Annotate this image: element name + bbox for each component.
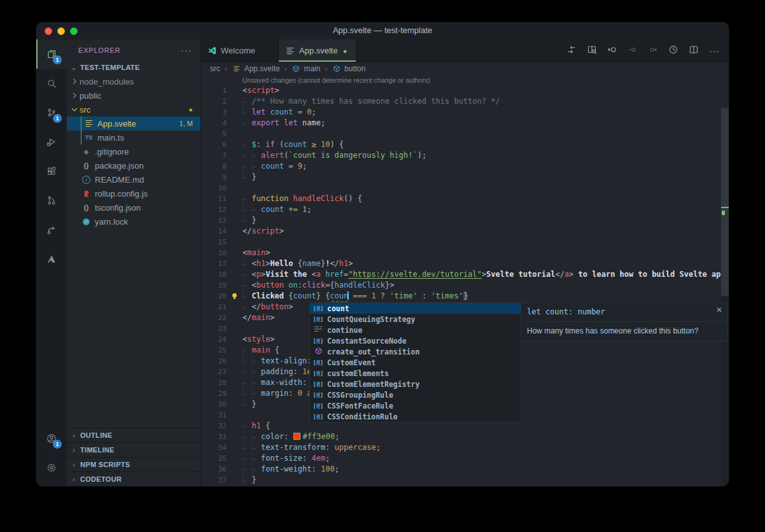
next-change-icon[interactable] bbox=[648, 45, 658, 57]
breadcrumb-item-button[interactable]: button bbox=[332, 64, 365, 74]
codelens-annotation[interactable]: Unsaved changes (cannot determine recent… bbox=[242, 76, 430, 84]
workspace-section-header[interactable]: ⌄ TEST-TEMPLATE bbox=[67, 60, 200, 74]
tree-item-src[interactable]: src● bbox=[67, 102, 200, 116]
line-number: 32 bbox=[201, 421, 227, 431]
code-line-16[interactable]: 16<main> bbox=[201, 248, 729, 258]
code-line-36[interactable]: 36→→font-weight: 100; bbox=[201, 464, 729, 475]
tree-item-package-json[interactable]: {}package.json bbox=[67, 158, 200, 172]
tree-item-rollup-config-js[interactable]: rollup.config.js bbox=[67, 186, 200, 200]
line-number: 2 bbox=[201, 96, 227, 107]
line-number: 29 bbox=[201, 388, 227, 399]
code-line-35[interactable]: 35→→font-size: 4em; bbox=[201, 453, 729, 464]
code-line-14[interactable]: 14</script> bbox=[201, 226, 729, 237]
suggest-item-constantsourcenode[interactable]: [@]ConstantSourceNode bbox=[310, 335, 521, 346]
suggest-item-cssgroupingrule[interactable]: [@]CSSGroupingRule bbox=[310, 389, 521, 400]
line-number: 21 bbox=[201, 302, 227, 312]
json-file-icon: {} bbox=[84, 204, 89, 211]
close-window-button[interactable] bbox=[45, 27, 52, 35]
code-line-12[interactable]: 12→→count += 1; bbox=[201, 204, 729, 215]
activity-bar-item-run-debug[interactable] bbox=[36, 127, 67, 157]
tree-item-readme-md[interactable]: iREADME.md bbox=[67, 172, 200, 186]
code-line-33[interactable]: 33→→color: #ff3e00; bbox=[201, 431, 729, 442]
code-line-37[interactable]: 37→} bbox=[201, 475, 729, 486]
run-clock-icon[interactable] bbox=[668, 45, 678, 57]
code-line-34[interactable]: 34→→text-transform: uppercase; bbox=[201, 442, 729, 453]
suggest-item-customevent[interactable]: [@]CustomEvent bbox=[310, 357, 521, 368]
code-line-19[interactable]: 19→<button on:click={handleClick}> bbox=[201, 280, 729, 291]
code-line-4[interactable]: 4→export let name; bbox=[201, 118, 729, 129]
code-line-10[interactable]: 10 bbox=[201, 183, 729, 193]
code-line-20[interactable]: 20→Clicked {count} {coun === 1 ? 'time' … bbox=[201, 291, 729, 302]
activity-bar-item-source-control[interactable]: 1 bbox=[36, 98, 67, 127]
code-line-1[interactable]: 1<script> bbox=[201, 85, 729, 96]
section-header-outline[interactable]: ›OUTLINE bbox=[67, 428, 200, 442]
go-back-icon[interactable] bbox=[607, 45, 617, 57]
json-file-icon: {} bbox=[84, 162, 89, 169]
open-changes-icon[interactable] bbox=[566, 45, 577, 57]
code-line-15[interactable]: 15 bbox=[201, 237, 729, 248]
tree-item-public[interactable]: public bbox=[67, 88, 200, 102]
code-line-9[interactable]: 9→} bbox=[201, 172, 729, 183]
code-line-18[interactable]: 18→<p>Visit the <a href="https://svelte.… bbox=[201, 269, 729, 280]
tab-welcome[interactable]: Welcome bbox=[201, 39, 279, 62]
split-editor-icon[interactable] bbox=[689, 45, 699, 57]
tree-item--gitignore[interactable]: ◈.gitignore bbox=[67, 144, 200, 158]
section-header-npm-scripts[interactable]: ›NPM SCRIPTS bbox=[67, 457, 200, 472]
previous-change-icon[interactable] bbox=[628, 45, 638, 57]
minimize-window-button[interactable] bbox=[57, 27, 65, 35]
color-swatch[interactable] bbox=[293, 433, 300, 440]
activity-bar-item-explorer[interactable]: 1 bbox=[36, 39, 67, 69]
tree-item-yarn-lock[interactable]: yarn.lock bbox=[67, 214, 200, 228]
code-line-8[interactable]: 8→→count = 9; bbox=[201, 161, 729, 172]
suggest-description: How many times has someone clicked this … bbox=[521, 321, 727, 340]
suggest-item-count[interactable]: [@]count bbox=[310, 303, 521, 314]
code-line-13[interactable]: 13→} bbox=[201, 215, 729, 226]
activity-bar-item-azure[interactable] bbox=[36, 244, 67, 274]
code-line-3[interactable]: 3→let count = 0; bbox=[201, 107, 729, 118]
activity-bar-item-search[interactable] bbox=[36, 69, 67, 98]
suggest-item-cssfontfacerule[interactable]: [@]CSSFontFaceRule bbox=[310, 400, 521, 411]
open-preview-icon[interactable] bbox=[587, 45, 597, 57]
activity-bar-item-accounts[interactable]: 1 bbox=[36, 424, 67, 453]
line-number: 6 bbox=[201, 139, 227, 150]
badge: 1 bbox=[53, 114, 62, 123]
suggest-item-cssconditionrule[interactable]: [@]CSSConditionRule bbox=[310, 411, 521, 422]
breadcrumb-item-main[interactable]: main bbox=[291, 64, 320, 74]
tree-item-main-ts[interactable]: TSmain.ts bbox=[67, 130, 200, 144]
scrollbar-slider[interactable] bbox=[721, 108, 729, 296]
suggest-item-create_out_transition[interactable]: create_out_transition bbox=[310, 346, 521, 357]
pull-request-icon bbox=[46, 195, 57, 206]
activity-bar-item-extensions[interactable] bbox=[36, 157, 67, 186]
section-header-codetour[interactable]: ›CODETOUR bbox=[67, 472, 200, 486]
tree-item-node-modules[interactable]: node_modules bbox=[67, 74, 200, 88]
section-header-timeline[interactable]: ›TIMELINE bbox=[67, 442, 200, 457]
code-line-17[interactable]: 17→<h1>Hello {name}!</h1> bbox=[201, 258, 729, 269]
tab-app-svelte[interactable]: App.svelte● bbox=[279, 39, 356, 62]
suggest-item-customelements[interactable]: [@]customElements bbox=[310, 368, 521, 379]
close-icon[interactable]: ✕ bbox=[716, 305, 722, 314]
code-line-11[interactable]: 11→function handleClick() { bbox=[201, 193, 729, 204]
breadcrumb-item-app-svelte[interactable]: App.svelte bbox=[232, 64, 280, 74]
activity-bar-item-settings[interactable] bbox=[36, 453, 67, 482]
suggest-item-continue[interactable]: continue bbox=[310, 325, 521, 335]
code-editor[interactable]: Unsaved changes (cannot determine recent… bbox=[201, 74, 729, 486]
suggest-item-countqueuingstrategy[interactable]: [@]CountQueuingStrategy bbox=[310, 314, 521, 325]
code-line-2[interactable]: 2→/** How many times has someone clicked… bbox=[201, 96, 729, 107]
views-more-actions-icon[interactable]: ··· bbox=[181, 45, 192, 55]
activity-bar-item-pull-requests[interactable] bbox=[36, 186, 67, 215]
line-number: 13 bbox=[201, 215, 227, 226]
line-number: 7 bbox=[201, 150, 227, 161]
code-line-5[interactable]: 5 bbox=[201, 129, 729, 139]
activity-bar-item-live-share[interactable] bbox=[36, 215, 67, 244]
breadcrumb-item-src[interactable]: src bbox=[210, 64, 220, 73]
more-actions-icon[interactable]: ··· bbox=[709, 45, 720, 57]
tree-item-app-svelte[interactable]: App.svelte1, M bbox=[67, 116, 200, 130]
zoom-window-button[interactable] bbox=[70, 27, 78, 35]
tree-item-tsconfig-json[interactable]: {}tsconfig.json bbox=[67, 200, 200, 214]
rollup-file-icon bbox=[82, 189, 91, 198]
suggest-item-customelementregistry[interactable]: [@]CustomElementRegistry bbox=[310, 379, 521, 389]
overview-cursor-marker bbox=[721, 207, 729, 208]
code-line-7[interactable]: 7→→alert(`count is dangerously high!`); bbox=[201, 150, 729, 161]
code-line-6[interactable]: 6→$: if (count ≥ 10) { bbox=[201, 139, 729, 150]
chevron-right bbox=[70, 91, 79, 100]
